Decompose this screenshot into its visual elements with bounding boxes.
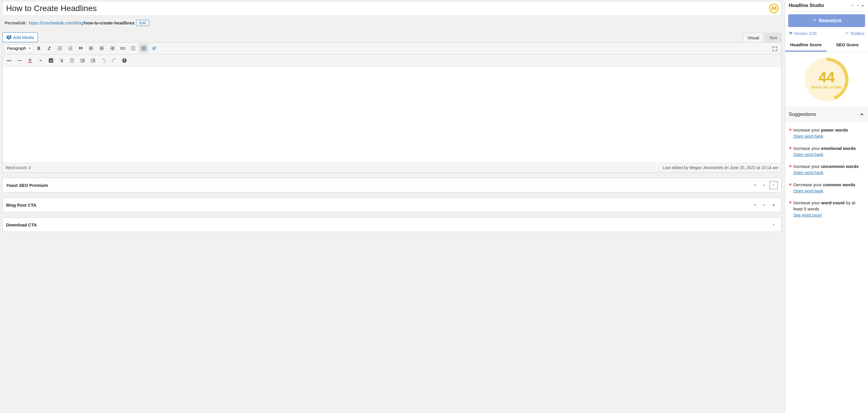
word-count-label: Word count: <box>5 165 27 170</box>
meta-box-title: Download CTA <box>6 222 37 227</box>
svg-rect-12 <box>18 60 21 61</box>
text-color-button[interactable] <box>25 56 35 65</box>
svg-rect-9 <box>143 49 145 50</box>
help-button[interactable]: ? <box>120 56 129 65</box>
suggestion-action-link[interactable]: Open word bank <box>794 170 824 176</box>
svg-rect-13 <box>28 62 32 63</box>
meta-box-title: Yoast SEO Premium <box>6 183 48 188</box>
move-up-icon[interactable] <box>751 181 759 189</box>
permalink-base[interactable]: https://coschedule.com/blog/ <box>29 21 84 25</box>
suggestions-header[interactable]: Suggestions <box>785 107 868 122</box>
meta-box-title: Blog Post CTA <box>6 203 36 208</box>
move-down-icon[interactable] <box>760 181 768 189</box>
svg-rect-5 <box>142 48 143 48</box>
svg-rect-7 <box>144 48 145 48</box>
editor-box: Paragraph ABC ? <box>2 42 781 173</box>
panel-up-icon[interactable] <box>850 3 855 8</box>
svg-rect-3 <box>144 47 145 48</box>
svg-rect-8 <box>145 48 145 48</box>
suggestion-item: Decrease your common wordsOpen word bank <box>785 179 868 197</box>
svg-rect-4 <box>145 47 145 48</box>
text-color-dropdown[interactable] <box>36 56 45 65</box>
blockquote-button[interactable] <box>76 44 85 53</box>
media-icon <box>6 35 11 40</box>
bold-button[interactable] <box>34 44 43 53</box>
chevron-up-icon <box>859 112 865 117</box>
word-count-value: 0 <box>29 165 31 170</box>
svg-rect-2 <box>143 47 144 48</box>
toolbar-toggle-button[interactable] <box>139 44 148 53</box>
edit-permalink-button[interactable]: Edit <box>136 20 149 26</box>
outdent-button[interactable] <box>78 56 87 65</box>
tab-visual[interactable]: Visual <box>743 33 764 42</box>
score-gauge: 44 HEADLINE SCORE <box>805 58 848 101</box>
layers-icon <box>789 31 793 35</box>
title-score-badge[interactable]: 44 <box>769 3 779 13</box>
toggle-icon[interactable] <box>770 220 778 229</box>
fullscreen-button[interactable] <box>770 44 779 54</box>
special-char-button[interactable] <box>67 56 76 65</box>
align-right-button[interactable] <box>107 44 117 53</box>
permalink-slug: how-to-create-headlines <box>84 21 135 25</box>
panel-collapse-icon[interactable] <box>861 3 865 8</box>
indent-button[interactable] <box>88 56 98 65</box>
suggestion-action-link[interactable]: Open word bank <box>794 134 824 139</box>
tab-headline-score[interactable]: Headline Score <box>785 39 827 51</box>
link-button[interactable] <box>118 44 127 53</box>
collapse-triangle-icon[interactable] <box>770 201 778 209</box>
undo-button[interactable] <box>99 56 108 65</box>
suggestion-action-link[interactable]: Open word bank <box>794 152 824 158</box>
italic-button[interactable] <box>44 44 54 53</box>
reanalyze-button[interactable]: Reanalyze <box>788 14 865 27</box>
wand-icon <box>845 31 849 35</box>
last-edited-text: Last edited by Megan Jeromchek on June 2… <box>663 165 778 170</box>
dropdown-toggle-icon[interactable] <box>770 181 778 189</box>
hr-button[interactable] <box>15 56 24 65</box>
toolbox-link[interactable]: Toolbox <box>845 31 865 36</box>
readmore-button[interactable] <box>128 44 138 53</box>
redo-button[interactable] <box>109 56 119 65</box>
clear-formatting-button[interactable] <box>57 56 66 65</box>
sidebar-title: Headline Studio <box>789 3 824 8</box>
tab-seo-score[interactable]: SEO Score <box>827 39 868 51</box>
post-title-input[interactable] <box>5 2 769 15</box>
numbered-list-button[interactable] <box>66 44 75 53</box>
version-link[interactable]: Version 1/25 <box>789 31 817 36</box>
align-left-button[interactable] <box>87 44 96 53</box>
refresh-icon <box>812 18 816 23</box>
paste-text-button[interactable] <box>46 56 56 65</box>
permalink-row: Permalink: https://coschedule.com/blog/h… <box>2 16 781 32</box>
permalink-label: Permalink: <box>5 21 27 25</box>
svg-rect-1 <box>142 47 143 48</box>
twitter-button[interactable] <box>150 44 159 53</box>
strikethrough-button[interactable]: ABC <box>4 56 14 65</box>
panel-down-icon[interactable] <box>856 3 860 8</box>
suggestion-action-link[interactable]: See word count <box>794 212 822 218</box>
score-label: HEADLINE SCORE <box>811 86 841 89</box>
svg-rect-6 <box>143 48 144 48</box>
move-up-icon[interactable] <box>751 201 759 209</box>
bullet-list-button[interactable] <box>55 44 64 53</box>
score-number: 44 <box>818 70 835 85</box>
add-media-button[interactable]: Add Media <box>2 32 38 42</box>
move-down-icon[interactable] <box>760 201 768 209</box>
suggestion-item: Increase your emotional wordsOpen word b… <box>785 142 868 161</box>
suggestion-item: Increase your uncommon wordsOpen word ba… <box>785 160 868 179</box>
tab-text[interactable]: Text <box>765 33 781 42</box>
suggestion-item: Increase your power wordsOpen word bank <box>785 124 868 142</box>
align-center-button[interactable] <box>97 44 106 53</box>
suggestion-action-link[interactable]: Open word bank <box>794 188 824 194</box>
editor-content-area[interactable] <box>3 67 781 163</box>
svg-text:?: ? <box>124 59 126 62</box>
suggestion-item: Increase your word count by at least 5 w… <box>785 197 868 221</box>
block-format-select[interactable]: Paragraph <box>4 44 33 52</box>
